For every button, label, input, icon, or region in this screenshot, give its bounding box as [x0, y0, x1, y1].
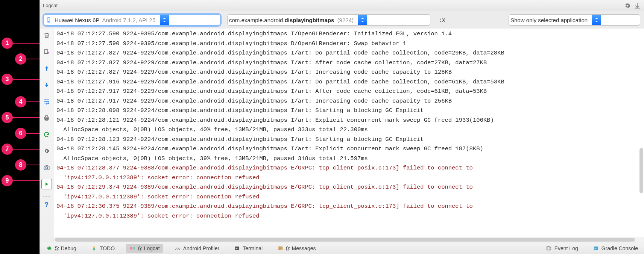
logcat-panel: Logcat Huawei Nexus 6P Android 7.1.2, AP… — [39, 0, 644, 254]
log-line: 04-18 07:12:27.590 9224-9395/com.example… — [56, 29, 644, 39]
svg-point-9 — [93, 246, 95, 248]
vertical-scrollbar[interactable] — [639, 32, 643, 234]
filter-mode-select[interactable]: Show only selected application — [509, 14, 640, 26]
clear-log-button[interactable] — [41, 30, 52, 41]
svg-rect-15 — [594, 246, 598, 250]
annotation-callout-column: 1 2 3 4 5 6 7 8 9 — [0, 0, 39, 254]
soft-wrap-button[interactable] — [41, 96, 52, 107]
log-line: 04-18 07:12:28.121 9224-9224/com.example… — [56, 116, 644, 135]
callout-badge-5: 5 — [2, 112, 13, 123]
settings-button[interactable] — [41, 146, 52, 156]
screenshot-button[interactable] — [41, 162, 52, 173]
tab-debug-label: 5: Debug — [55, 245, 76, 251]
gear-icon[interactable] — [624, 2, 631, 9]
down-stack-button[interactable] — [41, 80, 52, 90]
callout-badge-1: 1 — [2, 38, 13, 49]
tool-window-title: Logcat — [43, 3, 621, 8]
svg-rect-11 — [130, 247, 132, 249]
log-line: 04-18 07:12:27.917 9224-9229/com.example… — [56, 97, 644, 106]
gradle-icon — [592, 245, 599, 252]
svg-point-7 — [46, 167, 47, 169]
help-button[interactable]: ? — [41, 200, 52, 210]
tab-todo-label: TODO — [100, 245, 115, 251]
svg-point-8 — [48, 247, 51, 249]
callout-badge-7: 7 — [2, 144, 13, 155]
logcat-gutter-toolbar: ? — [40, 29, 53, 242]
dropdown-arrow-icon — [592, 15, 601, 25]
log-line: 04-18 07:12:28.098 9224-9224/com.example… — [56, 106, 644, 116]
tab-profiler[interactable]: Android Profiler — [171, 244, 223, 253]
scroll-to-end-button[interactable] — [41, 47, 52, 57]
regex-hint: :x — [437, 17, 447, 23]
log-line: 04-18 07:12:27.917 9224-9229/com.example… — [56, 87, 644, 97]
tab-eventlog-label: Event Log — [554, 245, 578, 251]
bug-icon — [46, 245, 53, 252]
tab-debug[interactable]: 5: Debug — [43, 244, 79, 253]
logcat-icon — [129, 245, 136, 252]
log-line: 04-18 07:12:27.590 9224-9395/com.example… — [56, 39, 644, 49]
tab-logcat-label: 6: Logcat — [138, 245, 160, 251]
tab-gradle-label: Gradle Console — [601, 245, 638, 251]
tab-messages-label: 0: Messages — [286, 245, 316, 251]
callout-badge-2: 2 — [15, 53, 26, 65]
process-pkg-prefix: com.example.android. — [229, 17, 285, 23]
log-line: 04-18 07:12:28.377 9224-9388/com.example… — [56, 163, 644, 183]
svg-rect-2 — [44, 50, 48, 54]
log-text[interactable]: 04-18 07:12:27.590 9224-9395/com.example… — [53, 29, 644, 237]
svg-point-1 — [48, 21, 49, 21]
todo-icon — [91, 245, 97, 252]
log-line: 04-18 07:12:29.374 9224-9389/com.example… — [56, 183, 644, 202]
tab-logcat[interactable]: 6: Logcat — [126, 244, 163, 253]
logcat-filter-bar: Huawei Nexus 6P Android 7.1.2, API 25 co… — [40, 11, 644, 29]
log-line: 04-18 07:12:27.916 9224-9229/com.example… — [56, 77, 644, 87]
svg-rect-4 — [46, 116, 48, 117]
tab-gradle-console[interactable]: Gradle Console — [589, 244, 641, 253]
filter-mode-label: Show only selected application — [509, 17, 592, 23]
dropdown-arrow-icon — [358, 15, 367, 25]
tool-window-titlebar: Logcat — [40, 0, 644, 11]
hide-icon[interactable] — [633, 2, 641, 9]
log-line: 04-18 07:12:28.145 9224-9224/com.example… — [56, 144, 644, 163]
process-pkg-bold: displayingbitmaps — [285, 17, 334, 23]
gutter-separator — [43, 196, 50, 197]
eventlog-icon — [545, 245, 552, 252]
device-select[interactable]: Huawei Nexus 6P Android 7.1.2, API 25 — [44, 14, 220, 26]
tab-profiler-label: Android Profiler — [183, 245, 220, 251]
device-name: Huawei Nexus 6P — [55, 17, 99, 23]
restart-button[interactable] — [41, 129, 52, 140]
process-pid: (9224) — [337, 17, 354, 23]
tab-messages[interactable]: 0: Messages — [274, 244, 319, 253]
profiler-icon — [174, 245, 181, 252]
tab-terminal[interactable]: Terminal — [231, 244, 266, 253]
screen-record-button[interactable] — [41, 179, 52, 189]
callout-badge-3: 3 — [2, 74, 13, 85]
log-line: 04-18 07:12:28.123 9224-9224/com.example… — [56, 135, 644, 145]
messages-icon — [277, 245, 284, 252]
log-line: 04-18 07:12:27.827 9224-9229/com.example… — [56, 68, 644, 77]
svg-rect-10 — [93, 248, 95, 250]
terminal-icon — [234, 245, 240, 252]
dropdown-arrow-icon — [160, 15, 169, 25]
callout-badge-9: 9 — [2, 175, 13, 186]
svg-rect-13 — [235, 246, 239, 250]
log-line: 04-18 07:12:27.827 9224-9229/com.example… — [56, 58, 644, 68]
bottom-tool-tabs: 5: Debug TODO 6: Logcat Android Profiler… — [40, 242, 644, 254]
tab-event-log[interactable]: Event Log — [542, 244, 581, 253]
log-line: 04-18 07:12:27.827 9224-9229/com.example… — [56, 48, 644, 58]
device-icon — [44, 17, 53, 23]
callout-badge-6: 6 — [15, 128, 26, 139]
tab-todo[interactable]: TODO — [88, 244, 118, 253]
horizontal-scrollbar[interactable] — [53, 237, 644, 242]
svg-rect-12 — [133, 247, 135, 249]
callout-badge-8: 8 — [15, 159, 26, 171]
callout-badge-4: 4 — [15, 96, 26, 107]
tab-terminal-label: Terminal — [243, 245, 263, 251]
print-button[interactable] — [41, 113, 52, 123]
log-viewport: 04-18 07:12:27.590 9224-9395/com.example… — [53, 29, 644, 242]
up-stack-button[interactable] — [41, 63, 52, 74]
log-line: 04-18 07:12:30.375 9224-9389/com.example… — [56, 202, 644, 221]
process-select[interactable]: com.example.android.displayingbitmaps (9… — [227, 14, 430, 26]
